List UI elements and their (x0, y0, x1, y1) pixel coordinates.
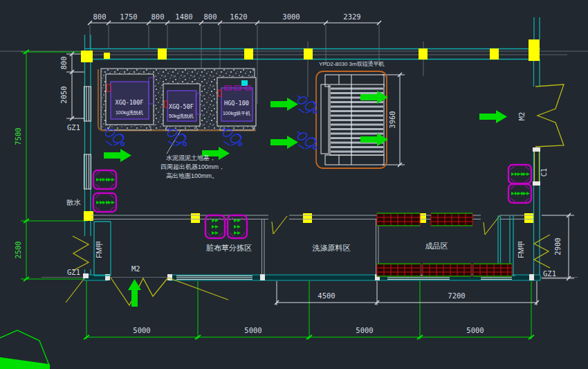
site-boundary (0, 278, 84, 369)
dim-top-800c: 800 (204, 12, 217, 21)
gz1-top-left: GZ1 (67, 123, 80, 132)
room-sorting-label: 脏布草分拣区 (206, 244, 252, 252)
note-line-2: 四周超出机器100mm， (160, 163, 225, 170)
fire-door-left-label: FM甲 (95, 240, 103, 258)
dim-top-1750: 1750 (120, 12, 137, 21)
washer-xgq100f: XGQ-100F 100kg洗脱机 (106, 74, 154, 130)
dim-5000-2: 5000 (244, 326, 261, 334)
dim-5000-4: 5000 (466, 326, 484, 334)
dimension-chain-left-inner: 800 2050 (59, 52, 84, 120)
apron-label: 散水 (66, 198, 82, 206)
dimension-chain-top: 800 1750 800 1480 800 1620 3000 2329 (88, 12, 381, 25)
washer-xgq50f: XGQ-50F 50kg洗脱机 (163, 84, 200, 130)
dim-bottom-7200: 7200 (448, 291, 465, 300)
dim-top-2329: 2329 (343, 12, 360, 21)
ironer-machine: YPD2-8030 3m双辊烫平机 (316, 60, 387, 168)
note-line-1: 水泥混泥土地基， (166, 154, 216, 161)
grid-lines-green (86, 279, 531, 339)
dim-5000-3: 5000 (356, 326, 373, 334)
cad-viewport: 800 1750 800 1480 800 1620 3000 2329 750… (0, 0, 588, 369)
gz1-bottom-right: GZ1 (543, 269, 556, 278)
dim-left-800: 800 (59, 57, 68, 70)
door-m2-bottom (111, 278, 228, 305)
dim-right-3960: 3960 (388, 111, 396, 128)
dryer-hgq100: HGQ-100 100kg烘干机 (217, 78, 256, 130)
dimension-ironer-3960: 3960 (382, 73, 405, 167)
room-finished-label: 成品区 (425, 242, 448, 250)
washer2-spec: 50kg洗脱机 (169, 114, 194, 119)
washer1-spec: 100kg洗脱机 (116, 110, 143, 116)
dimension-chain-bottom-inner: 4500 7200 (275, 281, 539, 305)
grid-centerlines (0, 25, 588, 278)
dim-right-2900: 2900 (553, 237, 562, 255)
green-wedge (0, 357, 50, 369)
dryer-cyan-part (241, 80, 248, 86)
floor-plan-drawing: 800 1750 800 1480 800 1620 3000 2329 750… (0, 0, 588, 369)
text-labels: GZ1 GZ1 GZ1 M2 M2 C1 FM甲 FM甲 散水 水泥混泥土地基，… (66, 112, 556, 278)
dim-left-2050: 2050 (59, 86, 68, 103)
dryer-model: HGQ-100 (224, 100, 249, 107)
ironer-label: YPD2-8030 3m双辊烫平机 (319, 60, 385, 67)
note-line-3: 高出地面100mm。 (166, 172, 218, 179)
dim-top-1480: 1480 (175, 12, 192, 21)
dim-top-800b: 800 (151, 12, 165, 21)
door-m2-right-label: M2 (517, 112, 526, 121)
dim-left-7500: 7500 (14, 127, 22, 145)
room-raw-material-label: 洗涤原料区 (313, 244, 351, 252)
door-m2-bottom-label: M2 (131, 264, 140, 273)
washer1-model: XGQ-100F (116, 99, 144, 106)
dim-top-3000: 3000 (282, 12, 300, 21)
fire-door-right-label: FM甲 (517, 240, 525, 258)
dim-left-2500: 2500 (14, 241, 22, 258)
gz1-bottom-left: GZ1 (67, 268, 80, 276)
dim-5000-1: 5000 (133, 326, 150, 334)
dryer-spec: 100kg烘干机 (223, 111, 250, 116)
linen-carts (93, 165, 531, 238)
door-m2-right (535, 84, 564, 147)
washer2-model: XGQ-50F (169, 103, 194, 110)
dim-top-800a: 800 (93, 12, 107, 21)
dim-bottom-4500: 4500 (318, 291, 335, 300)
window-c1-label: C1 (540, 168, 548, 177)
dimension-chain-left-green: 7500 2500 (14, 50, 88, 281)
dim-top-1620: 1620 (230, 12, 247, 21)
